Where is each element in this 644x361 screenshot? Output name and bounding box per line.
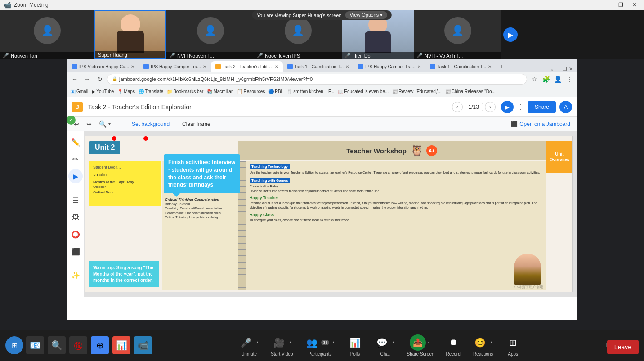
jam-present-btn[interactable]: ▶ <box>501 101 514 113</box>
reactions-chevron[interactable]: ▲ <box>489 340 494 345</box>
profile-btn[interactable]: 👤 <box>552 74 563 85</box>
bookmark-educated[interactable]: 📖 Educated is even be... <box>338 89 389 94</box>
chat-group[interactable]: 💬 ▲ Chat <box>374 334 396 357</box>
participant-1-avatar: 👤 <box>34 17 61 44</box>
tab-5[interactable]: IPS Happy Camper Tra... ✕ <box>353 61 425 72</box>
close-btn[interactable]: ✕ <box>629 2 640 8</box>
record-group[interactable]: ⏺ Record <box>445 334 461 357</box>
restore-tab-btn[interactable]: ❐ <box>563 66 567 72</box>
share-screen-label: Share Screen <box>407 352 434 357</box>
sticky-yellow[interactable]: Student Book... Vocabu... Months of the.… <box>89 161 161 206</box>
participants-group[interactable]: 👥 35 ▲ Participants <box>304 334 336 357</box>
tab-2-close[interactable]: ✕ <box>203 64 206 69</box>
minimize-btn[interactable]: — <box>600 2 613 8</box>
maximize-btn[interactable]: ❐ <box>615 2 627 8</box>
forward-btn[interactable]: → <box>82 74 93 85</box>
apps-group[interactable]: ⊞ Apps <box>505 334 521 357</box>
participants-next-btn[interactable]: ▶ <box>503 27 518 42</box>
jam-share-btn[interactable]: Share <box>528 101 556 113</box>
participants-icon: 👥 <box>304 334 320 351</box>
participant-6[interactable]: 👤 🎤 NVH - Vo Anh T... <box>414 10 501 59</box>
share-screen-group[interactable]: 📤 ▲ Share Screen <box>407 334 434 357</box>
chat-chevron[interactable]: ▲ <box>390 340 396 345</box>
tab-6[interactable]: Task 1 - Gamification T... ✕ <box>425 61 496 72</box>
select-tool-btn[interactable]: ▶ <box>68 169 83 183</box>
pin-right <box>143 136 148 141</box>
tab-5-close[interactable]: ✕ <box>417 64 421 69</box>
bookmark-review[interactable]: 📰 Review: 'Educated,'... <box>392 89 442 94</box>
tab-3-close[interactable]: ✕ <box>275 64 278 69</box>
sticky-note-btn[interactable]: ☰ <box>68 193 83 207</box>
share-screen-chevron[interactable]: ▲ <box>426 340 432 345</box>
reload-btn[interactable]: ↻ <box>94 74 105 85</box>
bookmark-resources[interactable]: 📋 Resources <box>237 89 265 94</box>
taskbar-ppt[interactable]: 📊 <box>112 336 130 354</box>
tab-1-close[interactable]: ✕ <box>131 64 134 69</box>
reactions-label: Reactions <box>473 352 493 357</box>
tab-4[interactable]: Task 1 - Gamification T... ✕ <box>283 61 353 72</box>
participant-3[interactable]: 👤 🎤 NVH Nguyen T... <box>166 10 254 59</box>
participant-1[interactable]: 👤 🎤 Nguyen Tan <box>0 10 94 59</box>
lock-icon: 🔒 <box>112 76 117 81</box>
zoom-btn[interactable]: 🔍 ▾ <box>99 120 111 128</box>
view-options-btn[interactable]: View Options ▾ <box>345 11 388 19</box>
open-on-jamboard-btn[interactable]: ⬛ Open on a Jamboard <box>511 121 570 127</box>
taskbar-zoom[interactable]: 📹 <box>134 336 152 354</box>
participant-2-super-huang[interactable]: Super Huang <box>94 10 166 59</box>
tab-4-close[interactable]: ✕ <box>345 64 349 69</box>
new-tab-btn[interactable]: + <box>496 61 507 72</box>
back-btn[interactable]: ← <box>69 74 80 85</box>
tab-2[interactable]: IPS Happy Camper Tra... ✕ <box>139 61 211 72</box>
image-btn[interactable]: 🖼 <box>68 210 83 224</box>
taskbar-outlook[interactable]: 📧 <box>26 336 44 354</box>
bookmark-pbl[interactable]: 🔵 PBL <box>268 89 283 94</box>
start-video-group[interactable]: 🎥 ▲ Start Video <box>271 334 293 357</box>
tab-6-close[interactable]: ✕ <box>488 64 492 69</box>
redo-btn[interactable]: ↪ <box>86 120 92 128</box>
zoom-icon: 📹 <box>4 1 11 9</box>
circle-btn[interactable]: ⭕ <box>68 227 83 241</box>
jam-prev-btn[interactable]: ‹ <box>452 102 463 112</box>
bookmark-bookmarks[interactable]: 📁 Bookmarks bar <box>167 89 203 94</box>
shape-btn[interactable]: ⬛ <box>68 244 83 258</box>
bookmark-china[interactable]: 📰 China Releases "Do... <box>445 89 496 94</box>
set-background-btn[interactable]: Set background <box>129 120 172 128</box>
taskbar-app3[interactable]: ㊗ <box>69 336 87 354</box>
participant-3-mic-icon: 🎤 <box>169 53 175 58</box>
jam-more-btn[interactable]: ⋮ <box>517 103 524 111</box>
bookmark-macmillan[interactable]: 📚 Macmillan <box>207 89 233 94</box>
polls-group[interactable]: 📊 Polls <box>347 334 363 357</box>
bookmark-maps[interactable]: 📍 Maps <box>117 89 134 94</box>
leave-btn[interactable]: Leave <box>607 340 639 354</box>
bookmark-youtube[interactable]: ▶ YouTube <box>92 89 114 94</box>
unmute-group[interactable]: 🎤 ▲ Unmute <box>238 334 260 357</box>
taskbar-chrome[interactable]: ⊕ <box>91 336 109 354</box>
taskbar-search[interactable]: 🔍 <box>48 336 66 354</box>
laser-btn[interactable]: ✨ <box>68 268 83 282</box>
tab-3-active[interactable]: Task 2 - Teacher's Editio... ✕ <box>211 61 283 72</box>
bookmark-translate[interactable]: 🌐 Translate <box>139 89 163 94</box>
tab-list-btn[interactable]: ⌄ <box>550 66 554 72</box>
win-start-btn[interactable]: ⊞ <box>5 336 23 354</box>
bookmark-smitten[interactable]: 🍴 smitten kitchen – F... <box>287 89 334 94</box>
finish-activities-bubble[interactable]: Finish activities: Interview - students … <box>164 154 240 193</box>
participant-6-name-bar: 🎤 NVH - Vo Anh T... <box>414 52 501 59</box>
address-bar[interactable]: 🔒 jamboard.google.com/d/1HIbKc6hiLzQ6tcL… <box>107 74 527 85</box>
extensions-btn[interactable]: 🧩 <box>541 74 551 85</box>
more-btn[interactable]: ⋮ <box>564 74 575 85</box>
marker-tool-btn[interactable]: ✏ <box>68 152 83 166</box>
participants-chevron[interactable]: ▲ <box>331 340 336 345</box>
video-chevron[interactable]: ▲ <box>287 340 293 345</box>
pen-tool-btn[interactable]: ✏️ <box>68 135 83 149</box>
bookmark-gmail[interactable]: 📧 Gmail <box>70 89 88 94</box>
unmute-chevron[interactable]: ▲ <box>255 340 260 345</box>
tab-1[interactable]: IPS Vietnam Happy Ca... ✕ <box>67 61 139 72</box>
bookmark-page-btn[interactable]: ☆ <box>529 74 540 85</box>
minimize-tab-btn[interactable]: — <box>556 67 561 72</box>
clear-frame-btn[interactable]: Clear frame <box>179 120 213 128</box>
close-tab-btn[interactable]: ✕ <box>569 66 573 72</box>
sticky-cyan-warmup[interactable]: Warm -up: Sing a song "The Months of the… <box>89 261 159 287</box>
reactions-group[interactable]: 😊 ▲ Reactions <box>472 334 494 357</box>
jam-next-btn[interactable]: › <box>485 102 496 112</box>
unit-overview-btn[interactable]: Unit Overview <box>546 141 572 173</box>
